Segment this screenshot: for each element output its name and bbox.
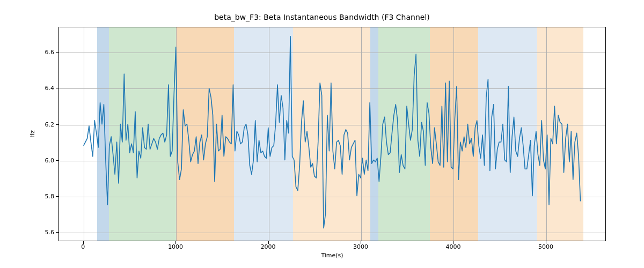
y-tick-label: 6.2 [11,121,54,128]
x-tick-mark [453,241,453,244]
y-tick-label: 6.4 [11,85,54,92]
y-tick-mark [56,160,58,161]
x-tick-mark [361,241,361,244]
y-tick-label: 5.8 [11,192,54,199]
y-tick-label: 6.0 [11,157,54,163]
x-axis-label: Time(s) [321,252,343,259]
x-tick-label: 3000 [345,243,377,250]
line-plot-svg [59,27,605,241]
y-axis-label: Hz [29,130,36,138]
x-tick-mark [83,241,84,244]
series-line [84,36,581,228]
figure: beta_bw_F3: Beta Instantaneous Bandwidth… [0,0,644,268]
y-tick-label: 6.6 [11,49,54,56]
y-tick-mark [56,88,58,88]
y-tick-mark [56,232,58,233]
x-tick-label: 5000 [530,243,562,250]
y-tick-mark [56,196,58,197]
x-tick-mark [546,241,546,244]
x-tick-label: 0 [67,243,99,250]
y-tick-label: 5.6 [11,229,54,236]
y-tick-mark [56,124,58,125]
x-tick-label: 1000 [159,243,192,250]
x-tick-mark [175,241,176,244]
x-tick-mark [268,241,269,244]
chart-title: beta_bw_F3: Beta Instantaneous Bandwidth… [0,13,644,21]
plot-axes [58,27,606,241]
x-tick-label: 2000 [252,243,284,250]
y-tick-mark [56,52,58,53]
x-tick-label: 4000 [437,243,469,250]
